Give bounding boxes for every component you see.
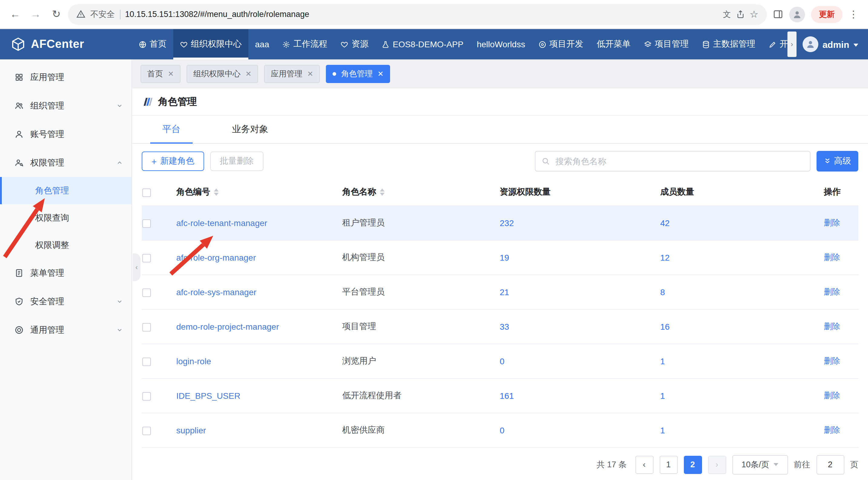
role-id-link[interactable]: demo-role-project-manager: [176, 322, 279, 331]
delete-link[interactable]: 删除: [824, 218, 840, 227]
row-checkbox[interactable]: [142, 357, 151, 366]
delete-link[interactable]: 删除: [824, 287, 840, 296]
nav-item-org-auth-center[interactable]: 组织权限中心: [173, 29, 248, 59]
sidebar-item-account-management[interactable]: 账号管理: [0, 120, 131, 149]
delete-link[interactable]: 删除: [824, 391, 840, 400]
page-button-1[interactable]: 1: [659, 455, 678, 474]
tab-chip-role-management[interactable]: 角色管理✕: [326, 65, 390, 83]
nav-item-aaa[interactable]: aaa: [248, 29, 276, 59]
delete-link[interactable]: 删除: [824, 356, 840, 365]
url-text[interactable]: 10.15.15.151:13082/#/menu_auth/role/role…: [125, 10, 309, 19]
page-button-2[interactable]: 2: [684, 455, 702, 474]
app-logo[interactable]: AFCenter: [0, 29, 132, 59]
new-role-button[interactable]: + 新建角色: [142, 151, 204, 171]
row-checkbox[interactable]: [142, 426, 151, 435]
delete-link[interactable]: 删除: [824, 425, 840, 434]
tab-chip-app-management[interactable]: 应用管理✕: [264, 65, 320, 83]
side-panel-icon[interactable]: [773, 9, 783, 20]
search-input[interactable]: [554, 156, 804, 167]
member-count-link[interactable]: 16: [660, 322, 670, 331]
nav-item-in-development[interactable]: 开发中: [762, 29, 787, 59]
member-count-link[interactable]: 1: [660, 425, 665, 435]
back-button[interactable]: ←: [6, 5, 24, 23]
role-id-link[interactable]: login-role: [176, 356, 211, 366]
sort-icons[interactable]: [380, 188, 384, 196]
close-icon[interactable]: ✕: [245, 70, 251, 78]
tab-chip-home[interactable]: 首页✕: [141, 65, 181, 83]
goto-page-input[interactable]: [816, 455, 844, 474]
select-all-checkbox[interactable]: [142, 188, 151, 197]
role-id-link[interactable]: afc-role-org-manager: [176, 252, 256, 262]
nav-item-project-dev[interactable]: 项目开发: [532, 29, 590, 59]
sidebar-item-security-management[interactable]: 安全管理: [0, 287, 131, 316]
role-id-link[interactable]: IDE_BPS_USER: [176, 391, 241, 400]
role-search-box[interactable]: [535, 151, 810, 172]
page-title: 角色管理: [158, 95, 197, 108]
role-id-link[interactable]: afc-role-sys-manager: [176, 287, 256, 297]
resource-count-link[interactable]: 0: [500, 356, 504, 366]
nav-overflow-arrow[interactable]: ›: [787, 31, 797, 57]
advanced-search-button[interactable]: 高级: [816, 151, 858, 172]
prev-page-button[interactable]: ‹: [635, 455, 653, 474]
bookmark-star-icon[interactable]: ☆: [750, 8, 758, 20]
translate-icon[interactable]: 文: [723, 9, 731, 20]
batch-delete-button[interactable]: 批量删除: [210, 151, 264, 171]
row-checkbox[interactable]: [142, 392, 151, 400]
nav-item-home[interactable]: 首页: [132, 29, 173, 59]
sidebar-item-general-management[interactable]: 通用管理: [0, 316, 131, 344]
url-bar[interactable]: 不安全 10.15.15.151:13082/#/menu_auth/role/…: [68, 4, 767, 25]
role-id-link[interactable]: supplier: [176, 425, 206, 435]
user-menu[interactable]: admin: [797, 29, 868, 59]
sidebar-item-permission-query[interactable]: 权限查询: [0, 204, 131, 232]
resource-count-link[interactable]: 161: [500, 391, 514, 400]
resource-count-link[interactable]: 21: [500, 287, 509, 297]
resource-count-link[interactable]: 0: [500, 425, 504, 435]
next-page-button[interactable]: ›: [708, 455, 726, 474]
sidebar-item-menu-management[interactable]: 菜单管理: [0, 259, 131, 287]
nav-item-helloworldss[interactable]: helloWorldss: [470, 29, 532, 59]
row-checkbox[interactable]: [142, 253, 151, 262]
security-warning-icon[interactable]: [76, 10, 85, 19]
nav-item-resources[interactable]: 资源: [334, 29, 375, 59]
sidebar-item-app-management[interactable]: 应用管理: [0, 63, 131, 91]
close-icon[interactable]: ✕: [377, 70, 383, 78]
share-icon[interactable]: [736, 10, 745, 19]
nav-item-lowcode-menu[interactable]: 低开菜单: [590, 29, 637, 59]
resource-count-link[interactable]: 19: [500, 252, 509, 262]
delete-link[interactable]: 删除: [824, 252, 840, 262]
member-count-link[interactable]: 42: [660, 218, 670, 228]
delete-link[interactable]: 删除: [824, 322, 840, 331]
role-id-link[interactable]: afc-role-tenant-manager: [176, 218, 267, 228]
tab-platform[interactable]: 平台: [132, 124, 211, 143]
member-count-link[interactable]: 1: [660, 391, 665, 400]
resource-count-link[interactable]: 232: [500, 218, 514, 228]
sidebar-collapse-handle[interactable]: ‹: [133, 253, 141, 281]
close-icon[interactable]: ✕: [307, 70, 313, 78]
forward-button[interactable]: →: [27, 5, 45, 23]
person-icon: [14, 130, 24, 139]
sidebar-item-org-management[interactable]: 组织管理: [0, 91, 131, 120]
browser-menu-icon[interactable]: ⋮: [848, 8, 858, 20]
sidebar-item-permission-adjust[interactable]: 权限调整: [0, 232, 131, 259]
tab-business-object[interactable]: 业务对象: [211, 124, 289, 143]
sort-icons[interactable]: [214, 188, 219, 196]
tab-chip-org-auth-center[interactable]: 组织权限中心✕: [187, 65, 258, 83]
sidebar-item-role-management[interactable]: 角色管理: [0, 177, 131, 204]
row-checkbox[interactable]: [142, 288, 151, 297]
member-count-link[interactable]: 8: [660, 287, 665, 297]
nav-item-project-mgmt[interactable]: 项目管理: [637, 29, 695, 59]
row-checkbox[interactable]: [142, 219, 151, 228]
nav-item-workflow[interactable]: 工作流程: [276, 29, 334, 59]
nav-item-master-data[interactable]: 主数据管理: [695, 29, 762, 59]
browser-profile-avatar[interactable]: [789, 6, 805, 22]
member-count-link[interactable]: 12: [660, 252, 670, 262]
sidebar-item-permission-management[interactable]: 权限管理: [0, 149, 131, 177]
row-checkbox[interactable]: [142, 323, 151, 331]
member-count-link[interactable]: 1: [660, 356, 665, 366]
close-icon[interactable]: ✕: [168, 70, 174, 78]
resource-count-link[interactable]: 33: [500, 322, 509, 331]
browser-update-button[interactable]: 更新: [811, 6, 842, 23]
reload-button[interactable]: ↻: [47, 5, 65, 23]
page-size-select[interactable]: 10条/页: [732, 455, 788, 474]
nav-item-eos8-demo-app[interactable]: EOS8-DEMO-APP: [375, 29, 470, 59]
